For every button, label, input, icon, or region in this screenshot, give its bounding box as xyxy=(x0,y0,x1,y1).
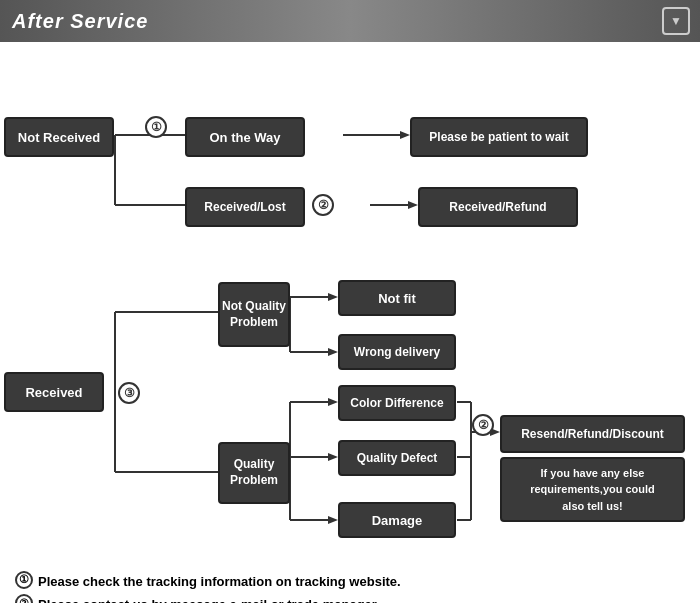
header-title: After Service xyxy=(12,10,148,33)
circle-2-received-lost: ② xyxy=(312,194,334,216)
received-refund-box: Received/Refund xyxy=(418,187,578,227)
resend-refund-box: Resend/Refund/Discount xyxy=(500,415,685,453)
not-fit-box: Not fit xyxy=(338,280,456,316)
svg-marker-27 xyxy=(328,516,338,524)
dropdown-icon[interactable]: ▼ xyxy=(662,7,690,35)
note-circle-2: ② xyxy=(15,594,33,603)
note-circle-1: ① xyxy=(15,571,33,589)
notes-section: ① Please check the tracking information … xyxy=(0,562,700,603)
received-lost-box: Received/Lost xyxy=(185,187,305,227)
diagram: Not Received ① On the Way Please be pati… xyxy=(0,42,700,562)
patient-box: Please be patient to wait xyxy=(410,117,588,157)
svg-marker-20 xyxy=(328,348,338,356)
quality-defect-box: Quality Defect xyxy=(338,440,456,476)
not-received-box: Not Received xyxy=(4,117,114,157)
note-1: ① Please check the tracking information … xyxy=(15,570,685,593)
on-the-way-box: On the Way xyxy=(185,117,305,157)
quality-problem-box: Quality Problem xyxy=(218,442,290,504)
color-difference-box: Color Difference xyxy=(338,385,456,421)
svg-marker-25 xyxy=(328,398,338,406)
circle-2-quality: ② xyxy=(472,414,494,436)
damage-box: Damage xyxy=(338,502,456,538)
circle-3: ③ xyxy=(118,382,140,404)
wrong-delivery-box: Wrong delivery xyxy=(338,334,456,370)
if-requirements-box: If you have any else requirements,you co… xyxy=(500,457,685,522)
received-box: Received xyxy=(4,372,104,412)
svg-marker-6 xyxy=(400,131,410,139)
svg-marker-19 xyxy=(328,293,338,301)
not-quality-problem-box: Not Quality Problem xyxy=(218,282,290,347)
circle-1-top: ① xyxy=(145,116,167,138)
header: After Service ▼ xyxy=(0,0,700,42)
note-2-text: Please contact us by meesage,e-mail,or t… xyxy=(38,593,380,603)
note-2: ② Please contact us by meesage,e-mail,or… xyxy=(15,593,685,603)
svg-marker-26 xyxy=(328,453,338,461)
svg-marker-10 xyxy=(408,201,418,209)
note-1-text: Please check the tracking information on… xyxy=(38,570,401,593)
